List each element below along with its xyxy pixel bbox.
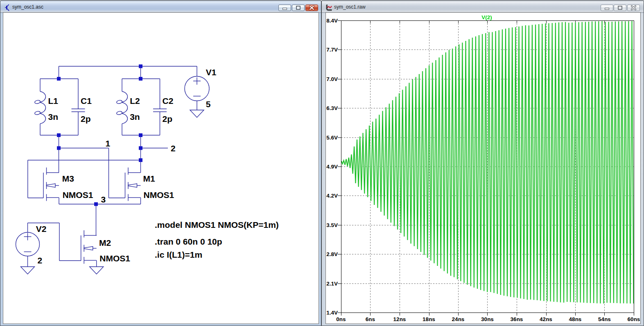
svg-text:3n: 3n xyxy=(48,112,59,121)
svg-text:3.5V: 3.5V xyxy=(326,222,338,228)
svg-text:30ns: 30ns xyxy=(481,316,494,322)
svg-text:18ns: 18ns xyxy=(423,316,435,322)
svg-text:4.2V: 4.2V xyxy=(326,193,338,199)
svg-text:36ns: 36ns xyxy=(511,316,523,322)
svg-text:L2: L2 xyxy=(130,96,140,106)
svg-text:.model NMOS1 NMOS(KP=1m): .model NMOS1 NMOS(KP=1m) xyxy=(155,220,279,229)
svg-text:NMOS1: NMOS1 xyxy=(144,190,174,200)
svg-text:2.8V: 2.8V xyxy=(326,251,338,257)
svg-text:M2: M2 xyxy=(99,238,111,247)
svg-text:3: 3 xyxy=(101,195,106,204)
svg-text:12ns: 12ns xyxy=(393,316,406,322)
svg-text:NMOS1: NMOS1 xyxy=(99,254,130,263)
svg-text:.ic I(L1)=1m: .ic I(L1)=1m xyxy=(155,250,202,259)
svg-text:V1: V1 xyxy=(206,67,217,77)
svg-text:2p: 2p xyxy=(81,114,91,124)
svg-text:L1: L1 xyxy=(48,96,59,106)
svg-text:0ns: 0ns xyxy=(336,316,346,322)
svg-text:NMOS1: NMOS1 xyxy=(63,190,93,200)
svg-text:2: 2 xyxy=(171,144,176,153)
svg-text:6.3V: 6.3V xyxy=(326,105,338,111)
svg-text:1: 1 xyxy=(106,139,111,148)
svg-text:2p: 2p xyxy=(163,114,173,124)
svg-text:6ns: 6ns xyxy=(366,316,375,322)
svg-text:V2: V2 xyxy=(36,224,47,234)
svg-text:1.4V: 1.4V xyxy=(326,310,338,316)
svg-text:M3: M3 xyxy=(62,174,74,183)
svg-text:3n: 3n xyxy=(130,112,140,121)
svg-text:5.6V: 5.6V xyxy=(326,135,338,141)
svg-text:60ns: 60ns xyxy=(628,316,640,322)
svg-text:54ns: 54ns xyxy=(598,316,611,322)
svg-text:24ns: 24ns xyxy=(452,316,465,322)
svg-text:8.4V: 8.4V xyxy=(326,18,338,24)
svg-text:7.0V: 7.0V xyxy=(326,76,338,82)
svg-text:2: 2 xyxy=(38,256,43,265)
svg-text:2.1V: 2.1V xyxy=(326,281,338,287)
svg-text:5: 5 xyxy=(206,99,211,109)
svg-text:C2: C2 xyxy=(163,96,174,106)
svg-text:4.9V: 4.9V xyxy=(326,164,338,170)
svg-text:C1: C1 xyxy=(81,96,92,106)
svg-text:M1: M1 xyxy=(143,174,155,183)
svg-text:42ns: 42ns xyxy=(540,316,552,322)
svg-text:.tran 0 60n 0 10p: .tran 0 60n 0 10p xyxy=(155,237,222,246)
svg-text:48ns: 48ns xyxy=(569,316,582,322)
svg-text:7.7V: 7.7V xyxy=(326,47,338,53)
